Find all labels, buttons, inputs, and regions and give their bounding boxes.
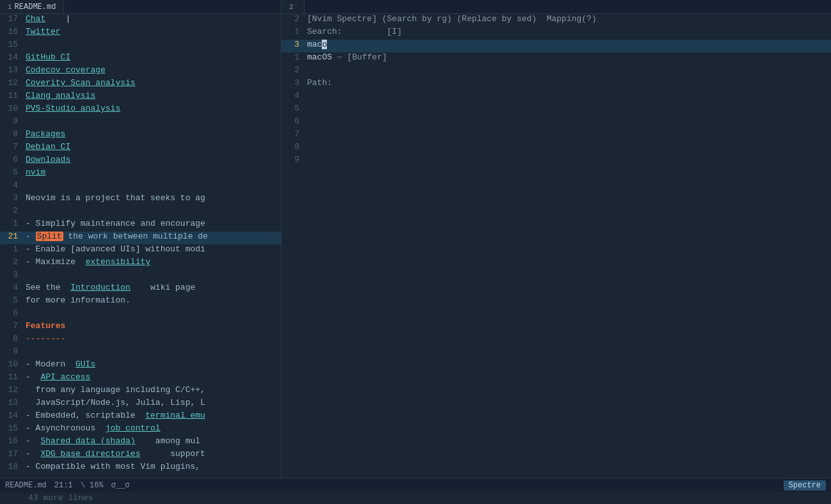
line-content: Search: [I] [305,27,831,36]
table-row: 14 - Embedded, scriptable terminal emu [0,411,281,423]
table-row: 18 - Compatible with most Vim plugins, [0,462,281,475]
line-number: 3 [281,78,305,88]
table-row: 12 Coverity Scan analysis [0,78,281,91]
link-clang[interactable]: Clang analysis [26,91,95,100]
link-coverity[interactable]: Coverity Scan analysis [26,78,136,88]
table-row: 1 - Simplify maintenance and encourage [0,219,281,232]
line-content: Chat | [23,14,281,24]
link-github-ci[interactable]: GitHub CI [26,52,70,62]
table-row: 8 [281,142,831,155]
line-content: -------- [23,334,281,343]
table-row: 6 [281,116,831,129]
link-nvim[interactable]: nvim [26,168,45,177]
table-row: 7 [281,129,831,142]
table-row: 10 - Modern GUIs [0,359,281,372]
line-number: 2 [0,257,23,267]
line-content: - Embedded, scriptable terminal emu [23,411,281,420]
line-number: 9 [0,347,23,356]
line-content: - Modern GUIs [23,359,281,369]
line-number: 11 [0,372,23,382]
line-content: Coverity Scan analysis [23,78,281,88]
line-number: 6 [0,308,23,318]
table-row: 5 for more information. [0,295,281,308]
link-xdg[interactable]: XDG base directories [40,449,140,459]
line-content: - Compatible with most Vim plugins, [23,462,281,471]
line-number: 17 [0,449,23,459]
table-row: 2 [0,206,281,219]
line-content: macOS ⎓ [Buffer] [305,52,831,62]
link-extensibility[interactable]: extensibility [86,257,150,267]
right-code-area[interactable]: 2 [Nvim Spectre] (Search by rg) (Replace… [281,14,831,478]
line-number: 1 [0,244,23,254]
table-row: 15 [0,40,281,52]
editor-container: 1 README.md 17 Chat | 16 Twitter 15 1 [0,0,831,478]
line-number: 7 [0,142,23,152]
line-number: 7 [0,321,23,331]
statusbar-mode: σ__σ [111,481,130,490]
table-row: 13 JavaScript/Node.js, Julia, Lisp, L [0,398,281,411]
line-number: 4 [0,180,23,190]
search-label-line: 1 Search: [I] [281,27,831,40]
link-packages[interactable]: Packages [26,129,65,139]
link-job-control[interactable]: job control [106,423,161,433]
link-terminal-emu[interactable]: terminal emu [145,411,205,420]
tab-right[interactable]: 2 [281,0,305,13]
line-content: [Nvim Spectre] (Search by rg) (Replace b… [305,14,831,24]
line-number: 21 [0,232,23,241]
line-number: 8 [0,334,23,343]
table-row: 10 PVS-Studio analysis [0,104,281,116]
table-row: 12 from any language including C/C++, [0,385,281,398]
link-shada[interactable]: Shared data (shada) [40,436,135,446]
table-row: 7 Debian CI [0,142,281,155]
line-number: 2 [281,65,305,75]
statusbar-scroll: \ 16% [81,481,104,490]
tab-label-left: README.md [15,3,56,12]
table-row: 6 [0,308,281,321]
line-number: 12 [0,78,23,88]
link-pvs[interactable]: PVS-Studio analysis [26,104,120,113]
link-chat[interactable]: Chat [26,14,45,24]
line-number: 7 [281,129,305,139]
table-row: 5 nvim [0,168,281,180]
link-api-access[interactable]: API access [40,372,90,382]
tab-readme[interactable]: 1 README.md [0,0,64,13]
table-row: 9 [0,347,281,359]
line-number: 3 [281,40,305,49]
left-tab-bar: 1 README.md [0,0,281,14]
search-input-line[interactable]: 3 maco [281,40,831,52]
statusbar-right: Spectre [784,481,826,490]
table-row: 16 Twitter [0,27,281,40]
table-row: 4 [281,91,831,104]
line-content: - Split the work between multiple de [23,232,281,241]
line-content: - API access [23,372,281,382]
line-number: 16 [0,436,23,446]
link-guis[interactable]: GUIs [75,359,95,369]
left-code-area[interactable]: 17 Chat | 16 Twitter 15 14 GitHub CI 13 [0,14,281,478]
line-number: 18 [0,462,23,471]
line-content: nvim [23,168,281,177]
line-number: 1 [281,52,305,62]
line-number: 13 [0,398,23,407]
line-number: 2 [0,206,23,216]
table-row: 14 GitHub CI [0,52,281,65]
line-content: - Simplify maintenance and encourage [23,219,281,228]
line-number: 12 [0,385,23,395]
line-number: 3 [0,193,23,203]
dashes: -------- [26,334,65,343]
table-row: 16 - Shared data (shada) among mul [0,436,281,449]
link-codecov[interactable]: Codecov coverage [26,65,106,75]
table-row: 4 See the Introduction wiki page [0,283,281,295]
spectre-info-line: 2 [Nvim Spectre] (Search by rg) (Replace… [281,14,831,27]
table-row: 2 [281,65,831,78]
line-number: 13 [0,65,23,75]
statusbar: README.md 21:1 \ 16% σ__σ Spectre [0,478,831,492]
link-twitter[interactable]: Twitter [26,27,61,36]
link-downloads[interactable]: Downloads [26,155,70,164]
search-input-content: maco [305,40,831,49]
table-row: 3 Neovim is a project that seeks to ag [0,193,281,206]
line-content: - Maximize extensibility [23,257,281,267]
table-row: 9 [281,155,831,168]
link-debian[interactable]: Debian CI [26,142,70,152]
left-pane: 1 README.md 17 Chat | 16 Twitter 15 1 [0,0,281,478]
link-introduction[interactable]: Introduction [70,283,131,292]
